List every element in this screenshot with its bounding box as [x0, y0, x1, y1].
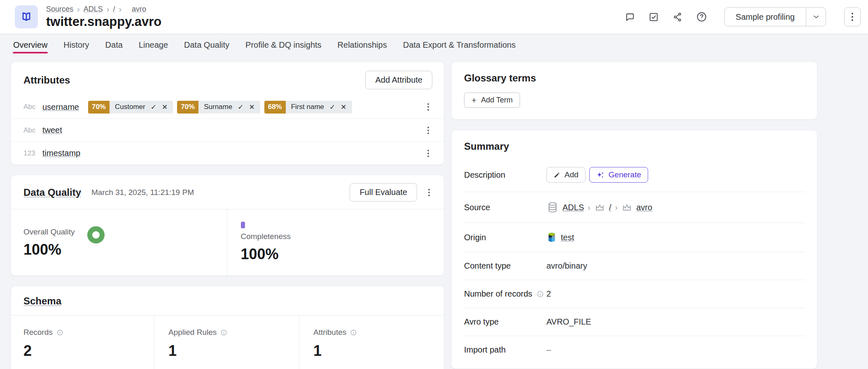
records-label: Records — [23, 328, 53, 337]
reject-term-icon[interactable]: ✕ — [341, 103, 346, 111]
import-path-value: – — [546, 345, 551, 355]
help-icon[interactable] — [695, 11, 708, 23]
tab-history[interactable]: History — [63, 34, 89, 56]
comment-icon[interactable] — [624, 11, 636, 23]
right-column: Glossary terms + Add Term Summary Descri… — [452, 62, 817, 369]
left-column: Attributes Add Attribute Abc username 70… — [11, 62, 444, 369]
attribute-kebab-menu[interactable] — [425, 125, 432, 136]
sample-profiling-button[interactable]: Sample profiling — [725, 8, 806, 26]
attribute-name-link[interactable]: timestamp — [42, 149, 80, 158]
data-quality-kebab-menu[interactable] — [426, 187, 432, 198]
123-type-icon: 123 — [23, 149, 42, 158]
tab-relationships[interactable]: Relationships — [337, 34, 387, 56]
summary-row-avro-type: Avro type AVRO_FILE — [464, 308, 805, 336]
accept-term-icon[interactable]: ✓ — [151, 103, 156, 111]
full-evaluate-button[interactable]: Full Evaluate — [350, 183, 417, 202]
description-generate-label: Generate — [609, 170, 641, 179]
task-check-icon[interactable] — [648, 11, 660, 23]
breadcrumb: Sources › ADLS › / › avro — [46, 5, 161, 14]
breadcrumb-separator: › — [107, 5, 110, 13]
add-attribute-button[interactable]: Add Attribute — [365, 71, 432, 89]
completeness-marker — [241, 222, 245, 228]
origin-test-link[interactable]: test — [561, 233, 574, 242]
tab-data[interactable]: Data — [105, 34, 123, 56]
avro-type-value: AVRO_FILE — [546, 317, 591, 327]
summary-row-origin: Origin test — [464, 223, 805, 252]
attributes-card-title: Attributes — [23, 74, 70, 86]
data-quality-card-title[interactable]: Data Quality — [23, 187, 81, 198]
tab-overview[interactable]: Overview — [13, 34, 48, 56]
overall-quality-metric: Overall Quality 100% — [11, 209, 227, 276]
accept-term-icon[interactable]: ✓ — [238, 103, 243, 111]
breadcrumb-avro[interactable]: avro — [132, 5, 146, 14]
schema-card-title[interactable]: Schema — [23, 295, 61, 306]
sparkle-icon — [596, 171, 605, 179]
share-icon[interactable] — [672, 11, 684, 23]
info-icon[interactable] — [350, 329, 357, 336]
attribute-name-link[interactable]: username — [42, 102, 79, 112]
info-icon[interactable] — [56, 329, 63, 336]
reject-term-icon[interactable]: ✕ — [162, 103, 168, 111]
term-chip-list: 70% Customer ✓ ✕ 70% Surname ✓ ✕ — [88, 101, 352, 114]
attribute-name-link[interactable]: tweet — [42, 125, 62, 135]
breadcrumb-separator: › — [77, 5, 80, 13]
top-bar: Sources › ADLS › / › avro twitter.snappy… — [0, 0, 868, 34]
page-kebab-menu-button[interactable] — [844, 7, 861, 26]
attribute-kebab-menu[interactable] — [425, 148, 432, 159]
folder-crown-icon — [594, 202, 605, 213]
breadcrumb-separator: › — [119, 5, 121, 13]
info-icon[interactable] — [220, 329, 227, 336]
term-score-badge: 70% — [88, 101, 110, 114]
folder-crown-icon — [621, 202, 632, 213]
abc-type-icon: Abc — [23, 126, 42, 135]
term-label: First name — [291, 103, 324, 111]
glossary-card-title: Glossary terms — [464, 72, 536, 84]
tab-data-quality[interactable]: Data Quality — [184, 34, 230, 56]
quality-donut-ring — [87, 226, 105, 244]
summary-row-source: Source ADLS › — [464, 192, 805, 223]
content-type-label: Content type — [464, 261, 546, 271]
summary-row-import-path: Import path – — [464, 336, 805, 364]
tab-lineage[interactable]: Lineage — [138, 34, 168, 56]
source-avro-link[interactable]: avro — [636, 203, 652, 212]
attribute-row: Abc tweet — [11, 118, 444, 142]
breadcrumb-sources[interactable]: Sources — [46, 5, 73, 14]
reject-term-icon[interactable]: ✕ — [249, 103, 254, 111]
attribute-row: Abc username 70% Customer ✓ ✕ 70% — [11, 95, 444, 118]
attribute-kebab-menu[interactable] — [425, 101, 432, 113]
attributes-count-label: Attributes — [313, 328, 346, 337]
source-adls-link[interactable]: ADLS — [562, 203, 584, 212]
catalog-item-badge — [15, 5, 38, 28]
profiling-dropdown-button[interactable] — [806, 8, 826, 26]
description-add-button[interactable]: Add — [546, 167, 586, 183]
source-root-link[interactable]: / — [609, 203, 611, 212]
summary-row-content-type: Content type avro/binary — [464, 252, 805, 280]
page-title: twitter.snappy.avro — [46, 15, 161, 29]
summary-card: Summary Description Add — [452, 130, 817, 369]
term-label: Surname — [204, 103, 232, 111]
glossary-terms-card: Glossary terms + Add Term — [452, 62, 817, 119]
overall-quality-value: 100% — [23, 241, 75, 258]
add-term-button[interactable]: + Add Term — [464, 93, 520, 108]
description-generate-button[interactable]: Generate — [589, 167, 648, 183]
data-quality-card: Data Quality March 31, 2025, 11:21:19 PM… — [11, 175, 444, 276]
avro-type-label: Avro type — [464, 317, 546, 327]
breadcrumb-adls[interactable]: ADLS — [84, 5, 103, 14]
term-chip: 70% Customer ✓ ✕ — [88, 101, 173, 114]
term-chip: 68% First name ✓ ✕ — [264, 101, 352, 114]
path-separator: › — [588, 203, 590, 212]
import-path-label: Import path — [464, 345, 546, 355]
tab-profile-dq-insights[interactable]: Profile & DQ insights — [245, 34, 322, 56]
schema-stat-records: Records 2 — [11, 316, 154, 369]
term-label: Customer — [115, 103, 145, 111]
origin-store-icon — [546, 232, 557, 243]
header-actions: Sample profiling — [624, 7, 861, 26]
breadcrumb-root[interactable]: / — [113, 5, 115, 14]
info-icon[interactable] — [537, 290, 544, 298]
main-content: Attributes Add Attribute Abc username 70… — [0, 56, 868, 369]
pencil-icon — [553, 171, 561, 179]
summary-card-title: Summary — [464, 141, 509, 152]
tab-data-export-transformations[interactable]: Data Export & Transformations — [403, 34, 516, 56]
schema-card: Schema Records 2 Ap — [11, 286, 444, 369]
accept-term-icon[interactable]: ✓ — [329, 103, 335, 111]
